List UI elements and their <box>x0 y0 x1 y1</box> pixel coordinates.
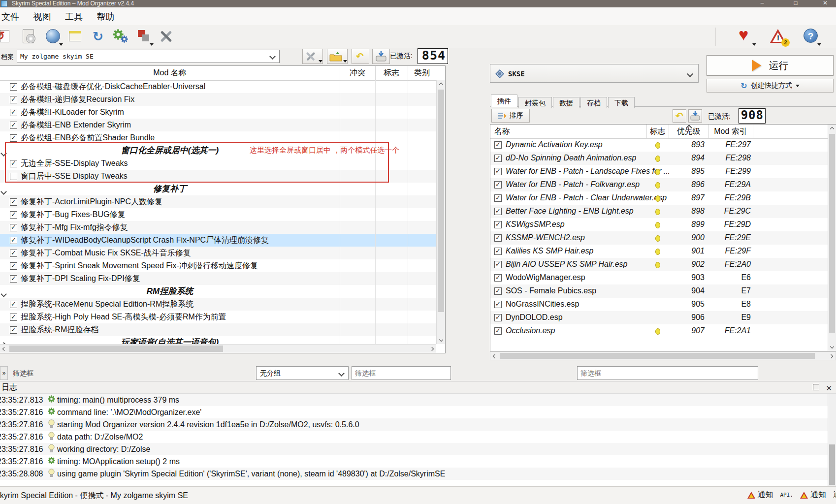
plugin-checkbox[interactable] <box>494 301 502 308</box>
mod-checkbox[interactable] <box>10 326 17 334</box>
mod-list-vertical-scrollbar[interactable] <box>436 80 445 344</box>
undo-button[interactable]: ↶ <box>352 49 369 64</box>
plugin-row[interactable]: NoGrassINCities.esp905E8 <box>490 298 828 311</box>
plugin-row[interactable]: DynDOLOD.esp906E9 <box>490 311 828 324</box>
refresh-list-button[interactable] <box>372 49 390 64</box>
mod-row[interactable]: 修复补丁-ActorLimitPlugin-NPC人数修复 <box>0 195 436 208</box>
mod-row[interactable]: 捏脸系统-RaceMenu Special Edition-RM捏脸系统 <box>0 298 436 311</box>
plugin-checkbox[interactable] <box>494 141 502 149</box>
tab-0[interactable]: 插件 <box>491 94 517 107</box>
profile-card-icon[interactable] <box>66 27 86 47</box>
mod-row[interactable]: 修复补丁-DPI Scaling Fix-DPI修复 <box>0 272 436 285</box>
scrollbar-thumb[interactable] <box>9 346 223 352</box>
mod-checkbox[interactable] <box>10 109 17 116</box>
mod-row[interactable]: 必备模组-磁盘缓存优化-DiskCacheEnabler-Universal <box>0 80 436 93</box>
mod-checkbox[interactable] <box>10 262 17 270</box>
mod-checkbox[interactable] <box>10 134 17 142</box>
scrollbar-thumb[interactable] <box>829 444 835 485</box>
plugin-row[interactable]: Kalilies KS SMP Hair.esp901FE:29F <box>490 245 828 258</box>
plugin-checkbox[interactable] <box>494 314 502 321</box>
column-mod-index[interactable]: Mod 索引 <box>708 126 753 137</box>
plugin-row[interactable]: KSSMP-WENCH2.esp900FE:29E <box>490 231 828 245</box>
plugin-checkbox[interactable] <box>494 194 502 202</box>
scroll-right-button[interactable] <box>827 352 836 361</box>
tab-2[interactable]: 数据 <box>553 97 579 108</box>
mod-checkbox[interactable] <box>10 224 17 231</box>
menu-file[interactable]: 文件 <box>0 7 25 23</box>
mod-row[interactable]: 捏脸系统-RM捏脸存档 <box>0 323 436 336</box>
configure-tools-icon[interactable] <box>157 27 176 47</box>
refresh-icon[interactable]: ↻ <box>90 27 109 47</box>
sort-button[interactable]: 排序 <box>491 109 530 123</box>
mod-checkbox[interactable] <box>10 301 17 308</box>
plugin-list-vertical-scrollbar[interactable] <box>828 125 836 351</box>
plugin-row[interactable]: Better Face Lighting - ENB Light.esp898F… <box>490 205 828 218</box>
modify-executables-button[interactable] <box>302 49 323 64</box>
settings-gears-icon[interactable] <box>111 27 131 47</box>
plugin-row[interactable]: Water for ENB - Patch - Clear Underwater… <box>490 191 828 205</box>
scroll-up-button[interactable] <box>828 125 836 133</box>
column-plugin-name[interactable]: 名称 <box>494 126 510 137</box>
scrollbar-thumb[interactable] <box>829 134 835 333</box>
maximize-button[interactable]: □ <box>786 0 805 7</box>
mod-separator-row[interactable]: 玩家语音(自选其一语音包) <box>0 336 436 344</box>
mod-checkbox[interactable] <box>10 275 17 283</box>
scroll-left-button[interactable] <box>0 345 9 353</box>
plugin-row[interactable]: SOS - Female Pubics.esp904E7 <box>490 284 828 298</box>
scroll-down-button[interactable] <box>437 335 446 344</box>
mod-list-horizontal-scrollbar[interactable] <box>0 344 436 353</box>
mod-checkbox[interactable] <box>10 211 17 219</box>
executable-select[interactable]: SKSE <box>490 64 699 83</box>
mod-row[interactable]: 窗口居中-SSE Display Tweaks <box>0 170 436 183</box>
tab-4[interactable]: 下载 <box>608 97 635 108</box>
menu-help[interactable]: 帮助 <box>91 7 120 23</box>
mod-separator-row[interactable]: 窗口化全屏或居中(选其一) <box>0 144 436 157</box>
close-button[interactable]: ✕ <box>815 0 835 7</box>
minimize-button[interactable]: – <box>752 0 772 7</box>
mod-checkbox[interactable] <box>10 250 17 257</box>
status-notification-1[interactable]: API. <box>780 492 794 498</box>
status-notification-2[interactable]: 通知 <box>800 490 826 500</box>
expander-icon[interactable] <box>1 149 6 158</box>
menu-view[interactable]: 视图 <box>27 7 57 23</box>
plugin-row[interactable]: Water for ENB - Patch - Folkvangr.esp896… <box>490 178 828 191</box>
mod-checkbox[interactable] <box>10 237 17 244</box>
expander-icon[interactable] <box>1 289 6 298</box>
plugin-undo-button[interactable]: ↶ <box>673 109 686 123</box>
status-notification-3[interactable]: 通 <box>833 490 836 500</box>
mod-separator-row[interactable]: 修复补丁 <box>0 183 436 195</box>
plugin-checkbox[interactable] <box>494 327 502 335</box>
plugin-checkbox[interactable] <box>494 274 502 282</box>
mod-row[interactable]: 无边全屏-SSE-Display Tweaks <box>0 157 436 170</box>
run-button[interactable]: 运行 <box>707 55 834 76</box>
log-vertical-scrollbar[interactable] <box>828 394 836 486</box>
group-by-select[interactable]: 无分组 <box>256 366 349 380</box>
mod-checkbox[interactable] <box>10 122 17 129</box>
title-bar[interactable]: Skyrim Special Edition – Mod Organizer v… <box>0 0 836 7</box>
mod-row[interactable]: 修复补丁-Mfg Fix-mfg指令修复 <box>0 221 436 234</box>
plugin-puzzle-icon[interactable] <box>134 27 154 47</box>
mod-filter-input[interactable] <box>352 366 451 380</box>
mod-row[interactable]: 必备模组-KiLoader for Skyrim <box>0 106 436 119</box>
plugin-list-horizontal-scrollbar[interactable] <box>490 351 836 360</box>
tab-3[interactable]: 存档 <box>580 97 607 108</box>
mod-row[interactable]: 修复补丁-Sprint Sneak Movement Speed Fix-冲刺潜… <box>0 259 436 272</box>
menu-tools[interactable]: 工具 <box>59 7 89 23</box>
mod-checkbox[interactable] <box>10 83 17 91</box>
support-heart-icon[interactable]: ♥ <box>737 27 756 47</box>
scroll-up-button[interactable] <box>437 80 446 89</box>
plugin-checkbox[interactable] <box>494 234 502 242</box>
column-category[interactable]: 类别 <box>408 68 436 78</box>
notifications-warning-icon[interactable]: !2 <box>768 27 788 47</box>
plugin-checkbox[interactable] <box>494 168 502 175</box>
mod-row[interactable]: 必备模组-ENB必备前置Shader Bundle <box>0 131 436 144</box>
game-source-icon[interactable] <box>20 27 39 47</box>
plugin-row[interactable]: Occlusion.esp907FE:2A1 <box>490 324 828 338</box>
tab-1[interactable]: 封装包 <box>518 97 552 108</box>
mod-row[interactable]: 必备模组-递归修复Recursion Fix <box>0 93 436 106</box>
create-shortcut-button[interactable]: ↻ 创建快捷方式 <box>707 79 834 93</box>
undock-icon[interactable] <box>813 384 819 390</box>
mod-checkbox[interactable] <box>10 96 17 103</box>
help-icon[interactable]: ? <box>802 27 821 47</box>
plugin-row[interactable]: Water for ENB - Patch - Landscape Fixes … <box>490 165 828 178</box>
